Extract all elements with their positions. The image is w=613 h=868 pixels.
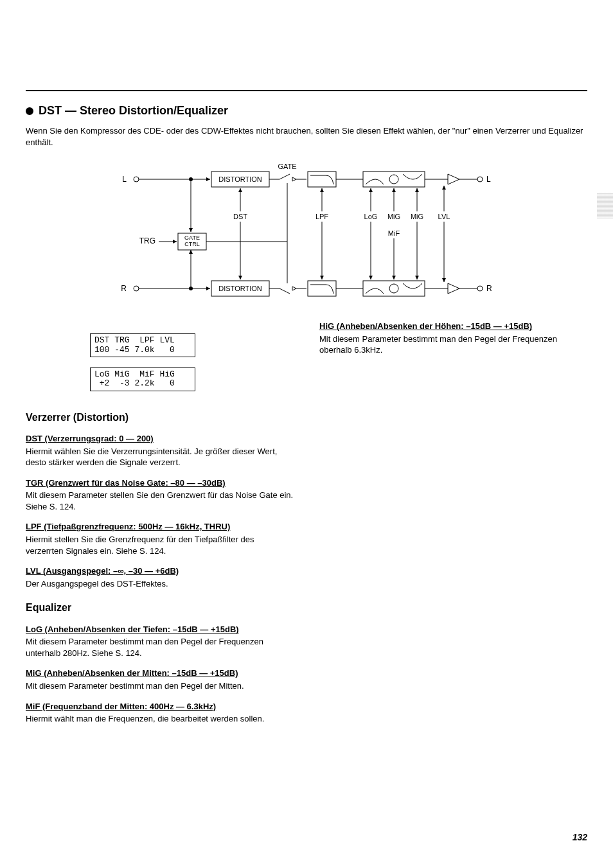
left-column: DST TRG LPF LVL 100 -45 7.0k 0 LoG MiG M… bbox=[26, 321, 294, 724]
svg-rect-40 bbox=[363, 281, 425, 296]
svg-text:CTRL: CTRL bbox=[184, 241, 200, 247]
horizontal-rule bbox=[26, 90, 587, 91]
diagram-svg: L R TRG GATE CTRL DISTORTION bbox=[107, 160, 506, 308]
io-right-out: R bbox=[486, 284, 492, 293]
param-heading-hig: HiG (Anheben/Absenken der Höhen: –15dB —… bbox=[319, 321, 587, 332]
param-body-lvl: Der Ausgangspegel des DST-Effektes. bbox=[26, 578, 294, 590]
svg-line-21 bbox=[280, 174, 290, 179]
svg-point-41 bbox=[389, 284, 398, 293]
param-heading-dst: DST (Verzerrungsgrad: 0 — 200) bbox=[26, 433, 294, 445]
content-columns: DST TRG LPF LVL 100 -45 7.0k 0 LoG MiG M… bbox=[26, 321, 587, 724]
lcd-display-1: DST TRG LPF LVL 100 -45 7.0k 0 bbox=[90, 333, 195, 357]
param-heading-mif: MiF (Frequenzband der Mitten: 400Hz — 6.… bbox=[26, 701, 294, 713]
section-heading-distortion: Verzerrer (Distortion) bbox=[26, 411, 294, 425]
svg-text:MiF: MiF bbox=[388, 229, 400, 237]
page-title: DST — Stereo Distortion/Equalizer bbox=[39, 104, 228, 118]
svg-marker-54 bbox=[448, 174, 459, 184]
param-body-tgr: Mit diesem Parameter stellen Sie den Gre… bbox=[26, 490, 294, 512]
param-body-mig: Mit diesem Parameter bestimmt man den Pe… bbox=[26, 680, 294, 692]
svg-point-39 bbox=[389, 175, 398, 184]
svg-text:LoG: LoG bbox=[364, 213, 378, 220]
title-row: DST — Stereo Distortion/Equalizer bbox=[26, 104, 587, 118]
signal-flow-diagram: L R TRG GATE CTRL DISTORTION bbox=[26, 160, 587, 308]
param-body-log: Mit diesem Parameter bestimmt man den Pe… bbox=[26, 636, 294, 659]
param-body-mif: Hiermit wählt man die Frequenzen, die be… bbox=[26, 713, 294, 725]
svg-line-25 bbox=[280, 288, 290, 294]
svg-marker-26 bbox=[292, 287, 296, 290]
right-column: HiG (Anheben/Absenken der Höhen: –15dB —… bbox=[319, 321, 587, 724]
svg-text:DST: DST bbox=[233, 213, 247, 220]
param-heading-tgr: TGR (Grenzwert für das Noise Gate: –80 —… bbox=[26, 477, 294, 489]
svg-point-1 bbox=[134, 286, 139, 291]
svg-text:DISTORTION: DISTORTION bbox=[218, 175, 262, 183]
lcd-display-2: LoG MiG MiF HiG +2 -3 2.2k 0 bbox=[90, 368, 195, 391]
svg-text:MiG: MiG bbox=[411, 213, 423, 220]
scan-artifact bbox=[597, 193, 613, 218]
svg-text:LVL: LVL bbox=[438, 213, 450, 220]
bullet-icon bbox=[26, 107, 33, 115]
section-heading-equalizer: Equalizer bbox=[26, 601, 294, 615]
svg-text:DISTORTION: DISTORTION bbox=[218, 285, 262, 292]
svg-point-60 bbox=[477, 177, 483, 182]
param-body-dst: Hiermit wählen Sie die Verzerrungsintens… bbox=[26, 446, 294, 468]
io-right-in: R bbox=[121, 284, 127, 293]
param-body-lpf: Hiermit stellen Sie die Grenzfrequenz fü… bbox=[26, 534, 294, 556]
param-heading-log: LoG (Anheben/Absenken der Tiefen: –15dB … bbox=[26, 624, 294, 635]
svg-rect-38 bbox=[363, 172, 425, 187]
svg-text:MiG: MiG bbox=[387, 213, 400, 220]
trigger-in-label: TRG bbox=[139, 236, 155, 245]
intro-text: Wenn Sie den Kompressor des CDE- oder de… bbox=[26, 125, 587, 148]
svg-marker-22 bbox=[292, 177, 296, 181]
document-page: DST — Stereo Distortion/Equalizer Wenn S… bbox=[0, 0, 613, 868]
param-body-hig: Mit diesem Parameter bestimmt man den Pe… bbox=[319, 333, 587, 356]
svg-point-0 bbox=[134, 177, 139, 182]
param-heading-lpf: LPF (Tiefpaßgrenzfrequenz: 500Hz — 16kHz… bbox=[26, 521, 294, 533]
io-left-out: L bbox=[486, 175, 491, 184]
param-heading-mig: MiG (Anheben/Absenken der Mitten: –15dB … bbox=[26, 668, 294, 679]
page-number: 132 bbox=[573, 832, 587, 842]
param-heading-lvl: LVL (Ausgangspegel: –∞, –30 — +6dB) bbox=[26, 565, 294, 577]
svg-text:GATE: GATE bbox=[184, 235, 200, 241]
svg-text:LPF: LPF bbox=[315, 213, 328, 220]
lcd-displays: DST TRG LPF LVL 100 -45 7.0k 0 LoG MiG M… bbox=[90, 333, 294, 391]
svg-point-62 bbox=[477, 286, 483, 291]
io-left-in: L bbox=[122, 175, 127, 184]
svg-marker-55 bbox=[448, 283, 459, 294]
svg-text:GATE: GATE bbox=[278, 163, 296, 170]
